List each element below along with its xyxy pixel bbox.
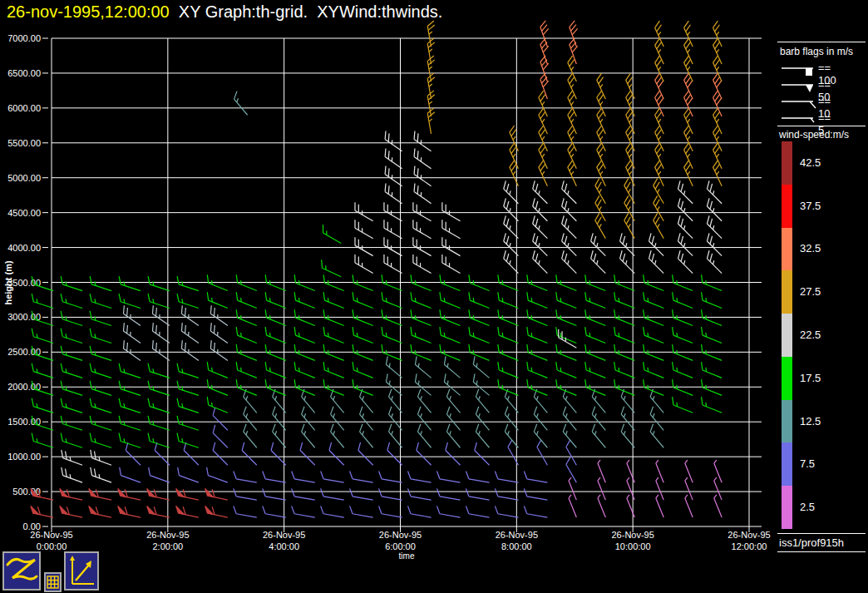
half-barb-icon bbox=[780, 110, 818, 126]
colorbar-segment bbox=[782, 357, 792, 400]
svg-text:26-Nov-95: 26-Nov-95 bbox=[263, 530, 305, 540]
colorbar-label: 37.5 bbox=[800, 200, 821, 212]
grid-tool-button[interactable] bbox=[44, 572, 62, 592]
platform-label: iss1/prof915h bbox=[779, 536, 844, 549]
svg-text:12:00:00: 12:00:00 bbox=[732, 541, 767, 551]
colorbar-label: 2.5 bbox=[800, 501, 815, 513]
svg-text:26-Nov-95: 26-Nov-95 bbox=[379, 530, 422, 540]
svg-text:4:00:00: 4:00:00 bbox=[269, 541, 299, 551]
colorbar-label: 22.5 bbox=[800, 329, 821, 341]
svg-text:5500.00: 5500.00 bbox=[7, 138, 41, 148]
svg-text:7000.00: 7000.00 bbox=[7, 33, 41, 43]
colorbar-segment bbox=[782, 400, 792, 443]
application-window: 26-nov-1995,12:00:00 XY Graph:th-grid. X… bbox=[0, 0, 868, 593]
pennant-icon bbox=[780, 77, 818, 93]
svg-text:26-Nov-95: 26-Nov-95 bbox=[30, 530, 72, 540]
svg-text:10:00:00: 10:00:00 bbox=[615, 541, 651, 551]
colorbar-label: 12.5 bbox=[800, 415, 821, 427]
plot-tool-button[interactable] bbox=[64, 551, 99, 591]
panel-divider-colorbar bbox=[777, 533, 866, 534]
colorbar-segment bbox=[782, 185, 792, 228]
colorbar-label: 17.5 bbox=[800, 372, 821, 384]
barb-legend-row-100: == 100 bbox=[780, 60, 818, 77]
colorbar-label: 27.5 bbox=[800, 285, 821, 298]
colorbar-segment bbox=[782, 228, 792, 271]
svg-text:26-Nov-95: 26-Nov-95 bbox=[146, 530, 189, 540]
svg-text:1500.00: 1500.00 bbox=[7, 417, 41, 427]
svg-text:2:00:00: 2:00:00 bbox=[152, 541, 183, 551]
grid-icon bbox=[46, 574, 60, 591]
wind-speed-colorbar: 42.537.532.527.522.517.512.57.52.5 bbox=[782, 141, 865, 529]
svg-text:0:00:00: 0:00:00 bbox=[37, 541, 67, 551]
wind-profile-plot: 7000.006500.006000.005500.005000.004500.… bbox=[0, 0, 868, 593]
svg-text:26-Nov-95: 26-Nov-95 bbox=[727, 530, 770, 540]
colorbar-heading: wind-speed:m/s bbox=[779, 129, 849, 141]
barb-legend-row-10: == 10 bbox=[780, 93, 818, 110]
colorbar-segment bbox=[782, 270, 792, 314]
square-flag-icon bbox=[780, 60, 818, 77]
barb-legend-row-50: == 50 bbox=[780, 77, 818, 93]
colorbar-segment bbox=[782, 314, 792, 357]
full-barb-icon bbox=[780, 93, 818, 110]
colorbar-segment bbox=[782, 442, 792, 486]
colorbar-label: 32.5 bbox=[800, 242, 821, 254]
panel-divider-legend bbox=[777, 126, 866, 126]
svg-text:6500.00: 6500.00 bbox=[7, 68, 41, 78]
svg-text:4500.00: 4500.00 bbox=[7, 208, 41, 218]
svg-text:5000.00: 5000.00 bbox=[7, 173, 41, 183]
zebra-logo-icon bbox=[4, 553, 39, 589]
colorbar-label: 42.5 bbox=[800, 156, 821, 169]
svg-text:8:00:00: 8:00:00 bbox=[501, 541, 532, 551]
panel-divider-top bbox=[777, 42, 866, 42]
panel-divider-bottom bbox=[777, 551, 866, 552]
barb-legend-heading: barb flags in m/s bbox=[780, 46, 853, 57]
svg-text:3000.00: 3000.00 bbox=[7, 312, 41, 322]
colorbar-label: 7.5 bbox=[800, 457, 815, 470]
svg-text:height (m): height (m) bbox=[3, 260, 13, 304]
svg-text:26-Nov-95: 26-Nov-95 bbox=[611, 530, 653, 540]
svg-text:time: time bbox=[399, 551, 415, 561]
svg-text:6000.00: 6000.00 bbox=[7, 103, 41, 113]
svg-text:1000.00: 1000.00 bbox=[7, 452, 41, 462]
svg-text:4000.00: 4000.00 bbox=[7, 243, 41, 253]
zebra-logo-button[interactable] bbox=[2, 551, 41, 591]
colorbar-segment bbox=[782, 486, 792, 529]
svg-text:2000.00: 2000.00 bbox=[7, 382, 41, 392]
xy-plot-icon bbox=[66, 553, 97, 589]
colorbar-segment bbox=[782, 141, 792, 185]
barb-legend-row-5: == 5 bbox=[780, 110, 818, 126]
svg-text:26-Nov-95: 26-Nov-95 bbox=[496, 530, 538, 540]
svg-text:6:00:00: 6:00:00 bbox=[385, 541, 416, 551]
svg-text:2500.00: 2500.00 bbox=[7, 347, 41, 357]
